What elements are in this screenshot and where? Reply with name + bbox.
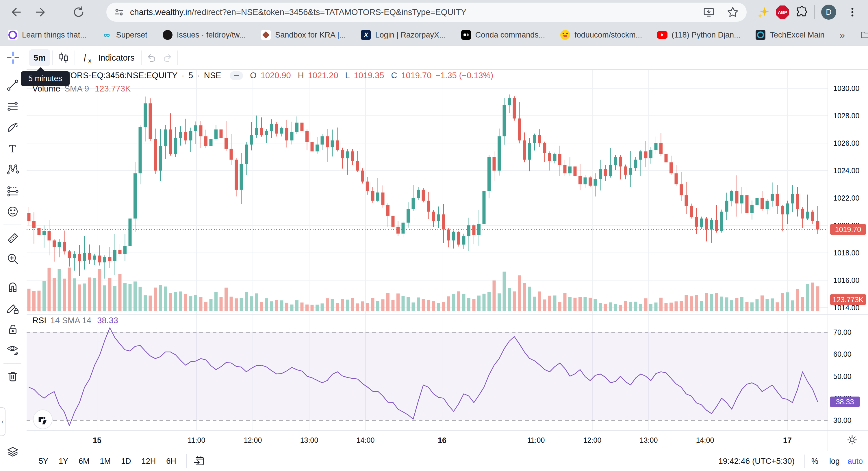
tool-text[interactable]: T <box>2 139 23 158</box>
time-tick-label: 14:00 <box>356 436 375 444</box>
bookmark-item-superset[interactable]: ∞Superset <box>99 27 150 42</box>
tool-zoom-in[interactable] <box>2 250 23 268</box>
tool-xabcd-pattern[interactable] <box>2 160 23 179</box>
tradingview-logo[interactable] <box>33 409 53 429</box>
symbol-more-button[interactable] <box>230 71 243 80</box>
bookmark-item-youtube[interactable]: (118) Python Djan... <box>654 27 743 42</box>
adblock-plus-icon[interactable]: ABP <box>773 3 792 21</box>
bookmarks-overflow-chevron[interactable]: » <box>840 29 845 41</box>
bookmark-item-razorpayx[interactable]: XLogin | RazorpayX... <box>358 27 448 42</box>
sparkles-extension-icon[interactable] <box>754 3 773 21</box>
range-button-5y[interactable]: 5Y <box>35 455 52 468</box>
bookmark-item-huggingface[interactable]: foduucom/stockm... <box>557 27 645 42</box>
address-bar[interactable]: charts.wealthy.in/redirect?en=NSE&token=… <box>106 3 747 22</box>
back-button[interactable] <box>6 3 25 21</box>
brush-icon <box>6 121 19 134</box>
bookmarks-bar: Learn things that...∞SupersetIssues · fe… <box>0 24 868 46</box>
range-button-12h[interactable]: 12H <box>137 455 160 468</box>
bookmark-label: Conda commands... <box>475 31 545 39</box>
tool-emoji[interactable] <box>2 202 23 221</box>
chrome-separator <box>814 5 815 19</box>
rsi-legend: RSI 14 SMA 14 38.33 <box>32 316 118 325</box>
chrome-menu-kebab[interactable] <box>843 3 862 21</box>
bookmark-item-techexcel[interactable]: TechExcel Main <box>752 27 827 42</box>
bookmark-item-sandbox[interactable]: Sandbox for KRA |... <box>258 27 348 42</box>
close-label: C <box>391 71 397 80</box>
tool-drawing-pencil-lock[interactable] <box>2 299 23 317</box>
range-button-6m[interactable]: 6M <box>74 455 94 468</box>
price-tick-label: 1030.00 <box>833 84 859 93</box>
tool-horizontal-lines[interactable] <box>2 97 23 115</box>
tool-lock-open[interactable] <box>2 320 23 338</box>
bookmark-item-conda[interactable]: Conda commands... <box>458 27 548 42</box>
bookmark-star-icon[interactable] <box>726 6 739 19</box>
time-tick-label: 15 <box>93 436 101 445</box>
undo-button[interactable] <box>143 49 159 66</box>
rsi-params: 14 SMA 14 <box>50 316 91 325</box>
text-icon: T <box>6 142 19 155</box>
tool-object-tree-layers[interactable] <box>2 443 23 462</box>
bookmark-item-github[interactable]: Issues · feldroy/tw... <box>159 27 249 42</box>
reload-icon <box>72 6 85 19</box>
bookmark-label: Login | RazorpayX... <box>375 31 445 39</box>
candles <box>27 94 819 278</box>
clock-timezone[interactable]: 19:42:46 (UTC+5:30) <box>718 457 795 466</box>
chart-toolbar: 5m fx Indicators <box>27 46 868 70</box>
extensions-puzzle-icon[interactable] <box>792 3 811 21</box>
svg-text:T: T <box>9 142 16 155</box>
close-value: 1019.70 <box>401 71 431 80</box>
redo-button[interactable] <box>159 49 176 66</box>
low-value: 1019.35 <box>354 71 384 80</box>
rsi-badge: 38.33 <box>830 397 860 407</box>
rsi-pane <box>27 332 828 420</box>
tool-forecast[interactable] <box>2 181 23 200</box>
folder-icon <box>860 29 868 40</box>
range-button-6h[interactable]: 6H <box>162 455 180 468</box>
bottom-toolbar: 5Y1Y6M1M1D12H6H 19:42:46 (UTC+5:30) % lo… <box>27 451 868 471</box>
rsi-tick-label: 70.00 <box>833 328 851 337</box>
reload-button[interactable] <box>69 3 88 21</box>
lock-open-icon <box>6 323 19 336</box>
svg-text:x: x <box>88 58 91 64</box>
range-button-1m[interactable]: 1M <box>96 455 115 468</box>
youtube-favicon <box>657 30 668 40</box>
all-bookmarks-button[interactable]: All Bookmarks <box>860 26 868 44</box>
goto-date-button[interactable] <box>192 455 205 468</box>
interval-button[interactable]: 5m <box>29 49 50 66</box>
bookmark-item-learn[interactable]: Learn things that... <box>5 27 90 42</box>
axis-settings-button[interactable] <box>846 434 858 447</box>
volume-value: 123.773K <box>95 84 131 94</box>
techexcel-favicon <box>755 30 766 40</box>
tool-trash[interactable] <box>2 367 23 385</box>
sparkle-icon <box>757 5 770 19</box>
profile-avatar[interactable]: D <box>819 3 838 21</box>
huggingface-favicon <box>560 30 570 40</box>
tool-trend-line[interactable] <box>2 76 23 94</box>
xabcd-pattern-icon <box>6 163 19 176</box>
conda-favicon <box>461 30 471 40</box>
sandbox-favicon <box>260 30 271 40</box>
collapse-sidebar-handle[interactable]: ‹ <box>0 407 5 436</box>
range-button-1d[interactable]: 1D <box>117 455 135 468</box>
log-scale-button[interactable]: log <box>826 455 843 468</box>
indicators-button[interactable]: fx Indicators <box>77 49 139 66</box>
forward-button[interactable] <box>32 3 50 21</box>
percent-scale-button[interactable]: % <box>808 455 822 468</box>
tool-hide-drawings[interactable] <box>2 341 23 359</box>
install-app-icon[interactable] <box>703 6 715 18</box>
trash-icon <box>6 370 19 383</box>
time-tick-label: 14:00 <box>696 436 714 444</box>
site-settings-icon[interactable] <box>113 6 125 18</box>
chart-style-button[interactable] <box>54 49 73 66</box>
tool-magnet[interactable] <box>2 278 23 296</box>
svg-text:f: f <box>84 52 87 62</box>
toolbar-separator <box>52 51 53 65</box>
tool-ruler[interactable] <box>2 229 23 247</box>
drawing-pencil-lock-icon <box>6 301 19 314</box>
auto-scale-button[interactable]: auto <box>844 455 866 468</box>
range-button-1y[interactable]: 1Y <box>55 455 72 468</box>
crosshair-tool-button[interactable] <box>2 48 24 67</box>
chart-plot[interactable] <box>0 46 868 471</box>
tool-brush[interactable] <box>2 118 23 136</box>
bookmark-label: (118) Python Djan... <box>672 31 740 39</box>
